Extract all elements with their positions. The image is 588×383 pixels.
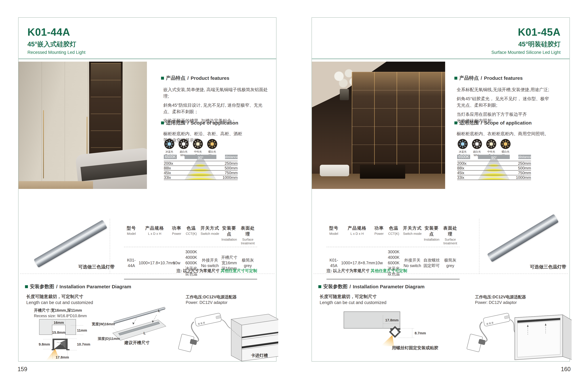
length-note: 长度可随意裁切，可定制尺寸 Length can be cut and cust… [26, 294, 93, 306]
dim-16mm: 16mm [54, 321, 64, 325]
horizontal-divider [20, 273, 274, 274]
chart-header-cct: 6500K [457, 155, 470, 159]
chart-row: 45lx750mm [457, 170, 531, 175]
features-section-title: 产品特点 / Product features [454, 75, 523, 81]
header-rule [312, 59, 569, 59]
sun-icon [193, 139, 203, 149]
adaptor-cabinet-diagram: 卡进灯槽 [178, 308, 278, 362]
section-title-sep: / [56, 284, 58, 289]
groove-caption: 建议开槽尺寸 [124, 340, 150, 345]
dim-17.8mm: 17.8mm [56, 355, 69, 359]
section-title-sep: / [481, 76, 482, 81]
section-bullet [318, 285, 321, 288]
chart-header-distance: distance [225, 155, 238, 159]
illuminance-distance-chart: 6500K 900 distance 200lx250mm 88lx500mm … [457, 155, 531, 182]
light-color-label-cn: 中性光 [485, 150, 498, 153]
sun-icon [472, 139, 482, 149]
groove-width-label: 宽度(W)16mm [92, 322, 115, 326]
groove-depth-label: 深度(D)11mm [98, 337, 120, 341]
section-title-cn: 适用范围 [459, 119, 479, 126]
scope-section-title: 适用范围 / Scope of application [454, 119, 532, 126]
aluminum-profile-image [487, 214, 559, 262]
scope-line: 橱柜柜底柜内、柜沿、衣柜、高柜、酒柜 [163, 131, 271, 137]
section-bullet [161, 121, 164, 124]
catalog-page-right: K01-45A 45°明装硅胶灯 Surface Mounted Silicon… [312, 17, 570, 362]
section-title-sep: / [350, 284, 351, 289]
length-label: L [158, 309, 160, 313]
feature-line: 斜角45°防炫目设计, 见光不见灯, 迷你型极窄、无光点、柔和不刺眼； [163, 102, 271, 115]
recess-cross-section-diagram: 16mm 11mm 15.8mm 9.8mm 10.7mm 17.8mm [28, 318, 98, 362]
section-title-cn: 产品特点 [459, 75, 479, 81]
page-number-right: 160 [561, 366, 571, 373]
light-color-label-cn: 超白光 [177, 150, 190, 153]
light-color-label-cn: 冰蓝光 [163, 150, 176, 153]
section-title-sep: / [187, 120, 189, 126]
section-title-cn: 适用范围 [166, 119, 185, 126]
dim-9.8mm: 9.8mm [39, 342, 50, 346]
custom-size-note: 注: 以上尺寸为常规尺寸 其他任意尺寸可定制 [124, 268, 257, 273]
illuminance-distance-chart: 6500K 900 distance 200lx250mm 88lx500mm … [164, 155, 238, 182]
sun-icon [164, 139, 174, 149]
feature-line: 斜角45°硅胶柔光， 见光不见灯， 迷你型、极窄 [457, 96, 564, 102]
power-note: 工作电压:DC12V电源适配器 Power: DC12V adaptor [475, 294, 526, 305]
light-color-label-cn: 暖白光 [206, 150, 218, 153]
section-title-en: Installation Parameter Diagram [353, 284, 424, 289]
profile-caption: 可选做三色温灯带 [524, 264, 572, 270]
chart-header-cct: 6500K [164, 155, 177, 159]
scope-line: 橱柜柜底柜内、衣柜柜底柜内、商用空间照明。 [457, 131, 564, 137]
vertical-divider [110, 219, 110, 273]
cabinet-caption: 卡进灯槽 [251, 353, 268, 358]
product-subtitle-cn: 45°嵌入式硅胶灯 [27, 40, 85, 49]
install-section-title: 安装参数图 / Installation Parameter Diagram [318, 283, 424, 290]
aluminum-profile-image [34, 220, 107, 268]
section-title-en: Installation Parameter Diagram [59, 284, 131, 289]
section-title-cn: 产品特点 [166, 75, 185, 81]
groove-board-diagram: L L 宽度(W)16mm 深度(D)11mm 建议开槽尺寸 [88, 306, 192, 349]
horizontal-divider [314, 273, 568, 274]
scope-text: 橱柜柜底柜内、衣柜柜底柜内、商用空间照明。 [457, 131, 564, 137]
light-color-label-cn: 中性光 [191, 150, 204, 153]
catalog-spread: K01-44A 45°嵌入式硅胶灯 Recessed Mounting Led … [0, 0, 588, 383]
page-header: K01-44A 45°嵌入式硅胶灯 Recessed Mounting Led … [27, 26, 85, 55]
recess-size-note: 开槽尺寸:宽16mm,深11mm Recess size: W16.8*D10.… [34, 307, 87, 319]
photo-layer [360, 165, 405, 179]
feature-line: 当灯条应用在层板的下方于板边平齐 [457, 111, 564, 117]
light-color-label-cn: 冰蓝光 [456, 150, 469, 153]
open-cabinet-illustration [515, 315, 572, 360]
section-title-en: Product features [484, 76, 523, 81]
sun-icon [486, 139, 496, 149]
header-rule [19, 59, 276, 59]
chart-row: 88lx500mm [164, 166, 238, 170]
features-section-title: 产品特点 / Product features [161, 75, 229, 81]
section-title-cn: 安装参数图 [323, 283, 348, 290]
spec-table-header: 型号Model 产品规格L x D x H 功率Power 色温CCT(K) 开… [326, 225, 460, 245]
feature-line: 无光点、柔和不刺眼; [457, 102, 564, 109]
vertical-divider [479, 219, 479, 273]
hero-photo-wardrobe [19, 62, 147, 189]
product-subtitle-en: Recessed Mounting Led Light [27, 50, 85, 55]
chart-rows: 200lx250mm 88lx500mm 45lx750mm 33lx1000m… [164, 161, 238, 180]
product-subtitle-en: Surface Mounted Silicone Led Light [491, 50, 561, 55]
dim-11mm: 11mm [77, 328, 87, 332]
product-subtitle-cn: 45°明装硅胶灯 [491, 40, 561, 49]
chart-row: 33lx1000mm [457, 175, 531, 180]
power-adaptor-illustration [467, 313, 515, 352]
custom-size-note: 注: 以上尺寸为常规尺寸 其他任意尺寸可定制 [326, 268, 460, 273]
catalog-page-left: K01-44A 45°嵌入式硅胶灯 Recessed Mounting Led … [18, 17, 276, 362]
light-color-label-cn: 暖白光 [499, 150, 512, 153]
light-color-label-cn: 超白光 [471, 150, 483, 153]
section-bullet [161, 77, 164, 80]
section-title-sep: / [481, 120, 482, 126]
chart-row: 200lx250mm [164, 161, 238, 166]
photo-layer [352, 72, 445, 174]
profile-caption: 可选做三色温灯带 [72, 264, 121, 270]
table-divider-solid [326, 279, 460, 279]
spec-table-row: K01-44A 1000×17.8×10.7mm 10w 3000K 4000K… [124, 247, 257, 279]
photo-vase [340, 89, 349, 100]
dim-8.7mm: 8.7mm [415, 331, 426, 335]
section-title-en: Product features [190, 76, 229, 81]
table-divider-solid [124, 279, 257, 279]
page-number-left: 159 [18, 366, 27, 373]
product-model: K01-45A [491, 26, 561, 38]
shelf-caption: 用螺丝钉固定安装或粘胶 [392, 345, 438, 350]
